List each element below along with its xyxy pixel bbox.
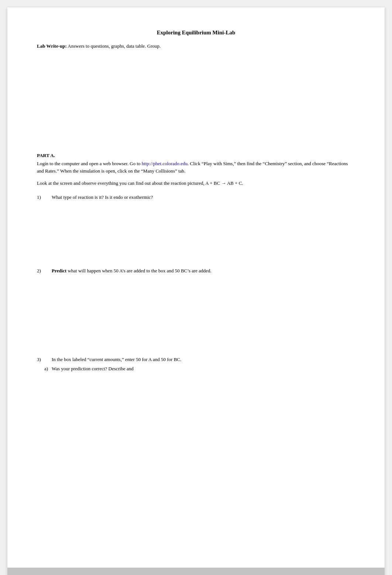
q1-text: What type of reaction is it? Is it endo …: [52, 194, 153, 201]
q3a-text: Was your prediction correct? Describe an…: [52, 365, 134, 372]
q3a-number: a): [37, 365, 48, 372]
lab-writeup-text: Answers to questions, graphs, data table…: [68, 43, 161, 49]
q2-text: what will happen when 50 A’s are added t…: [66, 268, 211, 273]
document-page: Exploring Equilibrium Mini-Lab Lab Write…: [7, 7, 385, 575]
look-paragraph: Look at the screen and observe everythin…: [37, 180, 355, 187]
question-2-block: 2) Predict what will happen when 50 A’s …: [37, 267, 355, 275]
intro-text-before-link: Login to the computer and open a web bro…: [37, 161, 142, 166]
q3-text: In the box labeled “current amounts,” en…: [52, 356, 181, 363]
q2-number: 2): [37, 267, 48, 275]
q2-content: Predict what will happen when 50 A’s are…: [52, 267, 212, 275]
part-a-intro: Login to the computer and open a web bro…: [37, 160, 355, 174]
q1-number: 1): [37, 194, 48, 201]
question-3: 3) In the box labeled “current amounts,”…: [37, 356, 355, 363]
page-title: Exploring Equilibrium Mini-Lab: [37, 30, 355, 36]
phet-link[interactable]: http://phet.colorado.edu: [142, 161, 188, 166]
q3-number: 3): [37, 356, 48, 363]
q2-bold-word: Predict: [52, 268, 66, 273]
question-3-block: 3) In the box labeled “current amounts,”…: [37, 356, 355, 372]
footer-bar: [7, 568, 385, 575]
lab-writeup-line: Lab Write-up: Answers to questions, grap…: [37, 43, 355, 49]
part-a-section: PART A. Login to the computer and open a…: [37, 153, 355, 372]
lab-writeup-label: Lab Write-up:: [37, 43, 67, 49]
question-3a: a) Was your prediction correct? Describe…: [37, 365, 355, 372]
part-a-header: PART A.: [37, 153, 355, 159]
question-1-block: 1) What type of reaction is it? Is it en…: [37, 194, 355, 201]
